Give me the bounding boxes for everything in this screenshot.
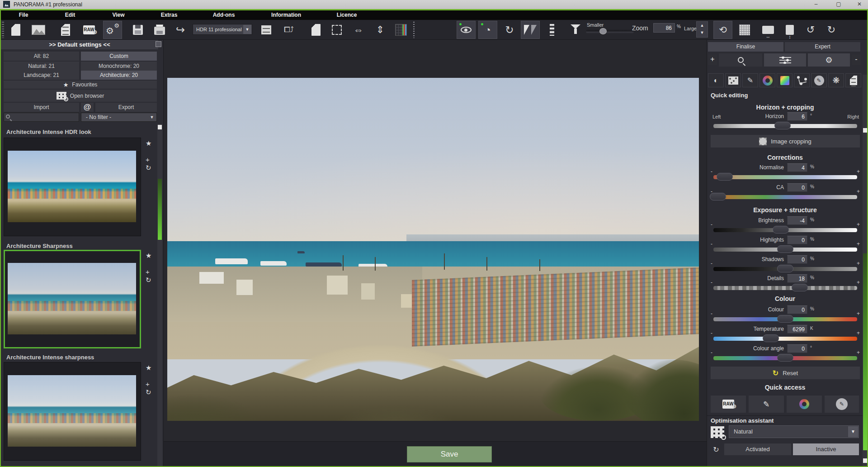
quick-retouch-button[interactable]: ✎ <box>749 396 784 413</box>
filter-landscape-button[interactable]: Landscape: 21 <box>4 71 79 80</box>
slider-thumb[interactable] <box>773 226 789 234</box>
email-button[interactable]: @ <box>81 103 94 112</box>
slider-thumb[interactable] <box>717 173 733 181</box>
quick-raw-button[interactable]: RAW⚙ <box>711 396 746 413</box>
search-tool-button[interactable] <box>719 53 762 67</box>
save-file-button[interactable] <box>128 21 147 39</box>
fit-width-button[interactable]: ⇔ <box>349 21 368 39</box>
favourites-button[interactable]: ★ Favourites <box>4 81 157 89</box>
filter-button[interactable] <box>566 21 585 39</box>
favourite-star-icon[interactable]: ★ <box>146 364 151 372</box>
settings-button[interactable]: ⚙⚙ <box>103 21 122 39</box>
rotate-left-button[interactable]: ↺ <box>801 21 820 39</box>
grid-overlay-button[interactable] <box>735 21 754 39</box>
scrollbar-thumb[interactable] <box>863 253 867 450</box>
filter-custom-button[interactable]: Custom <box>81 52 157 61</box>
assistant-activated-button[interactable]: Activated <box>724 443 791 455</box>
scrollbar-thumb[interactable] <box>158 179 162 240</box>
slider-thumb[interactable] <box>777 354 793 362</box>
batch-document-button[interactable] <box>307 21 326 39</box>
temperature-slider[interactable] <box>713 337 857 341</box>
retouch-pen-button[interactable]: ✎ <box>742 73 758 87</box>
preset-card-intense-sharpness[interactable] <box>4 362 141 461</box>
slider-thumb[interactable] <box>774 122 791 129</box>
fit-screen-height-button[interactable]: ↕ <box>780 21 799 39</box>
horizon-slider[interactable] <box>713 124 857 128</box>
default-settings-header[interactable]: >> Default settings << <box>1 40 158 49</box>
preset-search-input[interactable] <box>4 113 79 122</box>
assistant-preset-dropdown[interactable]: Natural ▼ <box>729 425 859 438</box>
menu-information[interactable]: Information <box>271 12 301 18</box>
menu-extras[interactable]: Extras <box>161 12 178 18</box>
slider-thumb[interactable] <box>777 265 793 272</box>
before-after-button[interactable]: ◐ <box>708 73 724 87</box>
brush-circle-button[interactable]: ✎ <box>811 73 827 87</box>
export-share-button[interactable]: ↪ <box>171 21 190 39</box>
add-preset-icon[interactable]: + <box>146 380 150 388</box>
horizon-value-input[interactable]: 6 <box>787 112 807 121</box>
column-view-button[interactable]: ⇕ <box>371 21 390 39</box>
assistant-inactive-button[interactable]: Inactive <box>793 443 859 455</box>
open-image-button[interactable] <box>29 21 48 39</box>
export-button[interactable]: Export <box>95 103 157 112</box>
save-button[interactable]: Save <box>407 446 492 462</box>
rotate-right-button[interactable]: ↻ <box>822 21 841 39</box>
maximize-button[interactable]: ▢ <box>831 0 846 9</box>
fit-screen-width-button[interactable]: ↔ <box>759 21 778 39</box>
preset-thumbnail[interactable] <box>8 375 136 447</box>
import-button[interactable]: Import <box>4 103 79 112</box>
tab-finalise[interactable]: Finalise <box>708 42 783 52</box>
menu-view[interactable]: View <box>112 12 124 18</box>
add-tool-button[interactable]: + <box>708 54 717 65</box>
histogram-button[interactable] <box>392 21 410 39</box>
quick-brush-button[interactable]: ✎ <box>825 396 859 413</box>
zoom-stepper[interactable]: ▲▼ <box>696 21 708 38</box>
reset-button[interactable]: ↻ Reset <box>711 367 860 379</box>
normalise-slider[interactable] <box>713 175 857 179</box>
menu-addons[interactable]: Add-ons <box>213 12 235 18</box>
slider-thumb[interactable] <box>777 315 793 323</box>
tab-expert[interactable]: Expert <box>785 42 860 52</box>
aperture-button[interactable]: ❋ <box>828 73 844 87</box>
colour-angle-slider[interactable] <box>713 356 857 360</box>
zoom-slider-thumb[interactable] <box>599 28 607 34</box>
shadows-slider[interactable] <box>713 267 857 271</box>
colour-slider[interactable] <box>713 317 857 321</box>
brightness-slider[interactable] <box>713 228 857 232</box>
new-document-button[interactable] <box>6 21 25 39</box>
quick-colour-wheel-button[interactable] <box>787 396 822 413</box>
preset-card-sharpness-selected[interactable] <box>4 250 141 348</box>
split-view-button[interactable] <box>542 21 561 39</box>
menu-licence[interactable]: Licence <box>337 12 357 18</box>
redo-button[interactable]: ↻ <box>500 21 519 39</box>
raw-develop-button[interactable]: RAW⚙ <box>80 21 99 39</box>
favourite-star-icon[interactable]: ★ <box>146 252 151 260</box>
preset-thumbnail[interactable] <box>8 151 136 222</box>
image-cropping-button[interactable]: Image cropping <box>711 135 860 148</box>
colour-value-input[interactable]: 0 <box>787 305 807 314</box>
filter-monochrome-button[interactable]: Monochrome: 20 <box>81 62 157 71</box>
refresh-preset-icon[interactable]: ↻ <box>146 276 151 284</box>
panel-pin-icon[interactable] <box>156 41 161 47</box>
temperature-value-input[interactable]: 6299 <box>787 325 807 334</box>
highlights-slider[interactable] <box>713 248 857 252</box>
add-preset-icon[interactable]: + <box>146 268 150 276</box>
filter-natural-button[interactable]: Natural: 21 <box>4 62 79 71</box>
menu-edit[interactable]: Edit <box>65 12 75 18</box>
menu-file[interactable]: File <box>19 12 28 18</box>
panorama-image[interactable] <box>167 78 699 421</box>
toolbar-grip[interactable] <box>2 22 4 38</box>
zoom-value-input[interactable]: 86 <box>653 23 675 33</box>
ca-slider[interactable] <box>713 195 857 199</box>
auto-settings-button[interactable]: ⚙ <box>808 53 850 67</box>
rotate-crop-button[interactable]: ⟲ <box>713 21 732 39</box>
stack-options-button[interactable] <box>257 21 276 39</box>
scrollbar-handle[interactable] <box>158 125 162 129</box>
filter-all-button[interactable]: All: 82 <box>4 52 79 61</box>
scrollbar-handle[interactable] <box>863 128 867 133</box>
scrollbar-handle[interactable] <box>863 458 867 463</box>
crop-tool-button[interactable] <box>327 21 346 39</box>
history-button[interactable]: ◔ <box>478 21 497 39</box>
preset-thumbnail[interactable] <box>8 263 136 334</box>
slider-thumb[interactable] <box>792 284 808 291</box>
